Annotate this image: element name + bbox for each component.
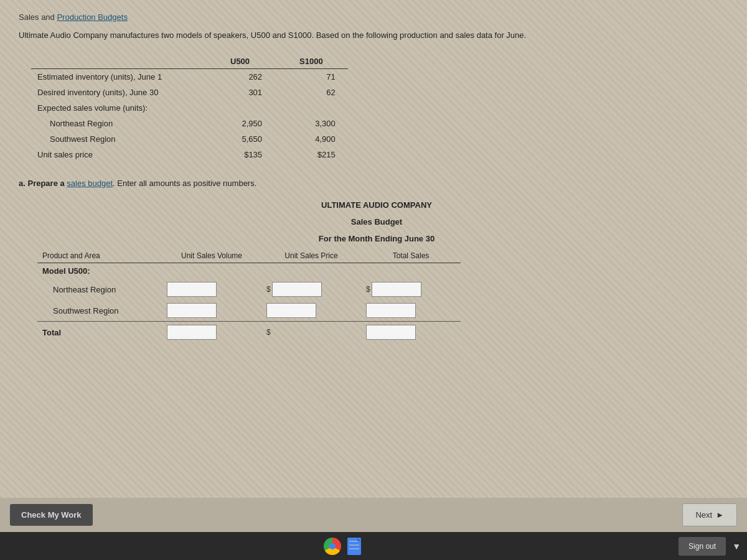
breadcrumb-link[interactable]: Production Budgets [57,12,127,22]
taskbar-right: Sign out ▼ [679,537,741,556]
northeast-total-cell: $ [366,282,456,297]
table-row: Southwest Region 5,650 4,900 [31,131,348,147]
dollar-sign-2: $ [366,285,370,294]
chrome-icon[interactable] [324,538,341,555]
breadcrumb: Sales and Production Budgets [19,12,728,22]
check-my-work-button[interactable]: Check My Work [10,504,93,526]
dollar-sign-3: $ [266,328,271,337]
budget-col-volume: Unit Sales Volume [162,249,261,263]
model-u500-label: Model U500: [37,263,162,279]
total-volume-input[interactable] [167,325,217,340]
northeast-volume-cell [167,282,256,297]
budget-company-name: ULTIMATE AUDIO COMPANY [25,199,728,212]
data-table: U500 S1000 Estimated inventory (units), … [31,54,348,162]
budget-subtitle: For the Month Ending June 30 [25,233,728,246]
budget-title: Sales Budget [25,216,728,229]
budget-col-product: Product and Area [37,249,162,263]
sign-out-button[interactable]: Sign out [679,537,726,556]
doc-icon[interactable] [347,538,361,555]
total-total-cell [366,325,456,340]
intro-text: Ultimate Audio Company manufactures two … [19,29,728,42]
table-row: Northeast Region 2,950 3,300 [31,116,348,131]
header-s1000: S1000 [275,54,348,69]
budget-col-price: Unit Sales Price [261,249,361,263]
table-row: Expected sales volume (units): [31,100,348,116]
table-row: Northeast Region $ $ [37,279,461,300]
budget-section: ULTIMATE AUDIO COMPANY Sales Budget For … [25,199,728,343]
taskbar-center [324,538,361,555]
southwest-label: Southwest Region [37,300,162,322]
total-volume-cell [167,325,256,340]
instruction-link[interactable]: sales budget [67,179,113,188]
northeast-volume-input[interactable] [167,282,217,297]
northeast-label: Northeast Region [37,279,162,300]
southwest-price-cell [266,303,356,318]
main-content: Sales and Production Budgets Ultimate Au… [0,0,747,510]
breadcrumb-text: Sales and [19,12,57,22]
instruction-prefix: a. [19,179,27,188]
instruction-bold: Prepare a [27,179,67,188]
northeast-price-input[interactable] [272,282,322,297]
header-u500: U500 [205,54,275,69]
chevron-right-icon: ► [716,510,724,520]
instruction-text: a. Prepare a sales budget. Enter all amo… [19,177,728,190]
next-button[interactable]: Next ► [682,503,737,526]
total-total-input[interactable] [366,325,416,340]
budget-table: Product and Area Unit Sales Volume Unit … [37,249,461,343]
southwest-total-input[interactable] [366,303,416,318]
dollar-sign-1: $ [266,285,271,294]
table-row: Desired inventory (units), June 30 301 6… [31,85,348,100]
table-row: Estimated inventory (units), June 1 262 … [31,68,348,85]
table-row: Unit sales price $135 $215 [31,147,348,162]
table-row: Southwest Region [37,300,461,322]
northeast-price-cell: $ [266,282,356,297]
wifi-icon: ▼ [732,541,741,551]
table-row: Model U500: [37,263,461,279]
northeast-total-input[interactable] [372,282,421,297]
total-price-cell: $ [266,328,356,337]
action-bar: Check My Work Next ► [0,498,747,532]
budget-col-total: Total Sales [361,249,461,263]
southwest-price-input[interactable] [266,303,316,318]
instruction-suffix: . Enter all amounts as positive numbers. [113,179,256,188]
southwest-volume-cell [167,303,256,318]
total-label: Total [37,322,162,343]
southwest-total-cell [366,303,456,318]
southwest-volume-input[interactable] [167,303,217,318]
table-row: Total $ [37,322,461,343]
taskbar: Sign out ▼ [0,532,747,560]
